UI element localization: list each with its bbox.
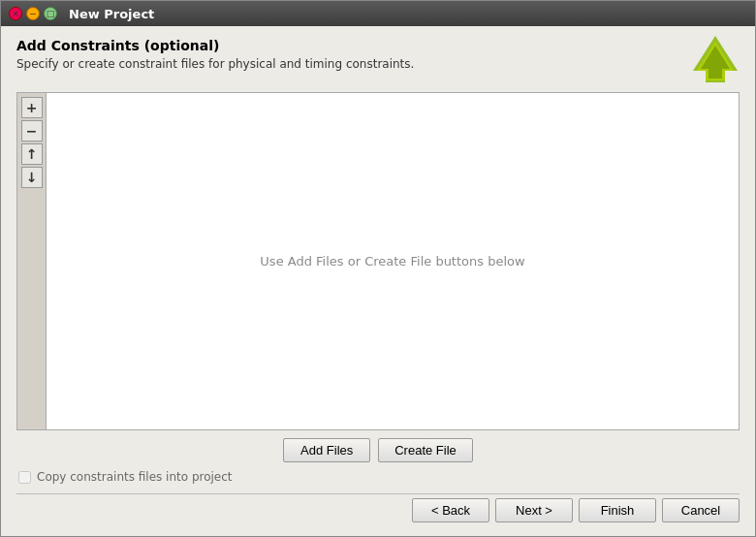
copy-checkbox-row: Copy constraints files into project xyxy=(16,470,740,484)
remove-constraint-button[interactable]: − xyxy=(21,120,43,142)
header-section: Add Constraints (optional) Specify or cr… xyxy=(16,38,740,82)
copy-constraints-label: Copy constraints files into project xyxy=(37,470,233,484)
maximize-button[interactable]: □ xyxy=(44,7,57,20)
close-button[interactable]: × xyxy=(9,7,22,20)
file-area-placeholder: Use Add Files or Create File buttons bel… xyxy=(260,254,524,268)
navigation-bar: < Back Next > Finish Cancel xyxy=(16,493,740,526)
page-title: Add Constraints (optional) xyxy=(16,38,414,53)
titlebar: × − □ New Project xyxy=(1,1,755,26)
svg-marker-2 xyxy=(701,46,730,79)
side-toolbar: + − ↑ ↓ xyxy=(17,93,47,429)
main-panel: + − ↑ ↓ Use Add Files or Create File but… xyxy=(16,92,740,430)
new-project-window: × − □ New Project Add Constraints (optio… xyxy=(0,0,756,537)
window-title: New Project xyxy=(69,7,154,21)
copy-constraints-checkbox[interactable] xyxy=(18,471,31,484)
cancel-button[interactable]: Cancel xyxy=(662,498,740,522)
file-action-buttons: Add Files Create File xyxy=(16,438,740,462)
window-controls: × − □ xyxy=(9,7,57,20)
content-area: Add Constraints (optional) Specify or cr… xyxy=(1,26,755,536)
page-description: Specify or create constraint files for p… xyxy=(16,57,414,71)
add-constraint-button[interactable]: + xyxy=(21,97,43,118)
move-up-button[interactable]: ↑ xyxy=(21,143,43,165)
back-button[interactable]: < Back xyxy=(412,498,489,522)
create-file-button[interactable]: Create File xyxy=(378,438,473,462)
minimize-button[interactable]: − xyxy=(26,7,40,20)
move-down-button[interactable]: ↓ xyxy=(21,167,43,188)
next-button[interactable]: Next > xyxy=(495,498,573,522)
constraints-file-list: Use Add Files or Create File buttons bel… xyxy=(47,93,739,429)
app-logo xyxy=(691,34,740,82)
finish-button[interactable]: Finish xyxy=(579,498,656,522)
header-text: Add Constraints (optional) Specify or cr… xyxy=(16,38,414,71)
add-files-button[interactable]: Add Files xyxy=(283,438,370,462)
